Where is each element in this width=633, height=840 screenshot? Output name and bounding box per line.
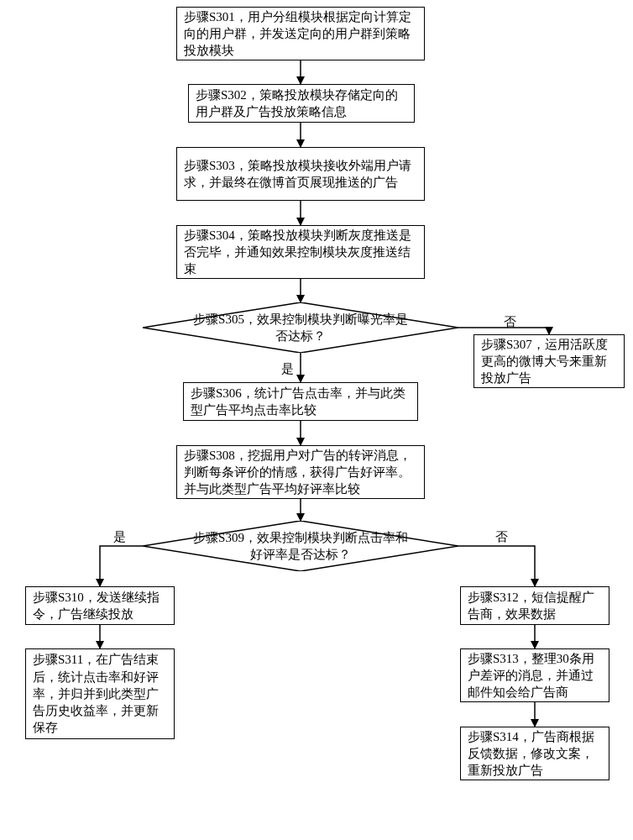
node-s302-text: 步骤S302，策略投放模块存储定向的用户群及广告投放策略信息 <box>196 87 407 121</box>
node-s305: 步骤S305，效果控制模块判断曝光率是否达标？ <box>143 302 458 353</box>
node-s311-text: 步骤S311，在广告结束后，统计点击率和好评率，并归并到此类型广告历史收益率，并… <box>33 651 167 736</box>
node-s309-text: 步骤S309，效果控制模块判断点击率和好评率是否达标？ <box>143 521 458 571</box>
node-s308: 步骤S308，挖掘用户对广告的转评消息，判断每条评价的情感，获得广告好评率。并与… <box>176 445 425 499</box>
node-s306-text: 步骤S306，统计广告点击率，并与此类型广告平均点击率比较 <box>191 385 411 419</box>
node-s313: 步骤S313，整理30条用户差评的消息，并通过邮件知会给广告商 <box>460 648 609 702</box>
node-s312: 步骤S312，短信提醒广告商，效果数据 <box>460 586 609 625</box>
node-s302: 步骤S302，策略投放模块存储定向的用户群及广告投放策略信息 <box>188 84 415 123</box>
node-s301-text: 步骤S301，用户分组模块根据定向计算定向的用户群，并发送定向的用户群到策略投放… <box>184 8 417 60</box>
label-s309-no: 否 <box>495 529 508 545</box>
node-s307: 步骤S307，运用活跃度更高的微博大号来重新投放广告 <box>473 334 625 388</box>
node-s304: 步骤S304，策略投放模块判断灰度推送是否完毕，并通知效果控制模块灰度推送结束 <box>176 225 425 279</box>
node-s303: 步骤S303，策略投放模块接收外端用户请求，并最终在微博首页展现推送的广告 <box>176 147 425 201</box>
label-s305-no: 否 <box>504 314 516 330</box>
node-s313-text: 步骤S313，整理30条用户差评的消息，并通过邮件知会给广告商 <box>468 650 602 701</box>
node-s305-text: 步骤S305，效果控制模块判断曝光率是否达标？ <box>143 302 458 353</box>
node-s301: 步骤S301，用户分组模块根据定向计算定向的用户群，并发送定向的用户群到策略投放… <box>176 7 425 60</box>
node-s311: 步骤S311，在广告结束后，统计点击率和好评率，并归并到此类型广告历史收益率，并… <box>25 648 175 739</box>
node-s309: 步骤S309，效果控制模块判断点击率和好评率是否达标？ <box>143 521 458 571</box>
node-s303-text: 步骤S303，策略投放模块接收外端用户请求，并最终在微博首页展现推送的广告 <box>184 157 417 192</box>
node-s307-text: 步骤S307，运用活跃度更高的微博大号来重新投放广告 <box>481 336 617 387</box>
node-s314-text: 步骤S314，广告商根据反馈数据，修改文案，重新投放广告 <box>468 728 602 780</box>
label-s305-yes: 是 <box>281 361 294 377</box>
node-s312-text: 步骤S312，短信提醒广告商，效果数据 <box>468 589 602 623</box>
node-s304-text: 步骤S304，策略投放模块判断灰度推送是否完毕，并通知效果控制模块灰度推送结束 <box>184 227 417 278</box>
node-s314: 步骤S314，广告商根据反馈数据，修改文案，重新投放广告 <box>460 727 609 780</box>
node-s308-text: 步骤S308，挖掘用户对广告的转评消息，判断每条评价的情感，获得广告好评率。并与… <box>184 447 417 498</box>
node-s310: 步骤S310，发送继续指令，广告继续投放 <box>25 586 175 625</box>
node-s306: 步骤S306，统计广告点击率，并与此类型广告平均点击率比较 <box>183 382 418 421</box>
label-s309-yes: 是 <box>113 529 126 545</box>
node-s310-text: 步骤S310，发送继续指令，广告继续投放 <box>33 589 167 623</box>
